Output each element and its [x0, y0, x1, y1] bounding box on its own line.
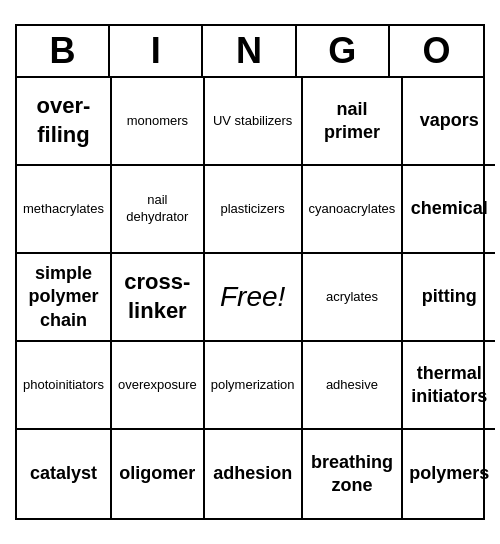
bingo-cell-text: plasticizers — [221, 201, 285, 218]
bingo-cell: nail dehydrator — [112, 166, 205, 254]
bingo-cell: monomers — [112, 78, 205, 166]
bingo-cell-text: adhesion — [213, 462, 292, 485]
bingo-cell-text: photoinitiators — [23, 377, 104, 394]
bingo-cell-text: nail dehydrator — [118, 192, 197, 226]
bingo-cell: pitting — [403, 254, 495, 342]
bingo-cell: UV stabilizers — [205, 78, 303, 166]
bingo-header-letter: O — [390, 26, 483, 76]
bingo-cell: adhesive — [303, 342, 404, 430]
bingo-cell: overexposure — [112, 342, 205, 430]
bingo-header-letter: I — [110, 26, 203, 76]
bingo-cell-text: nail primer — [309, 98, 396, 145]
bingo-header-letter: G — [297, 26, 390, 76]
bingo-cell: Free! — [205, 254, 303, 342]
bingo-cell: polymerization — [205, 342, 303, 430]
bingo-cell: vapors — [403, 78, 495, 166]
bingo-cell-text: Free! — [220, 279, 285, 315]
bingo-cell-text: overexposure — [118, 377, 197, 394]
bingo-cell: oligomer — [112, 430, 205, 518]
bingo-cell-text: adhesive — [326, 377, 378, 394]
bingo-cell: methacrylates — [17, 166, 112, 254]
bingo-cell-text: pitting — [422, 285, 477, 308]
bingo-cell: cyanoacrylates — [303, 166, 404, 254]
bingo-header: BINGO — [17, 26, 483, 78]
bingo-cell-text: methacrylates — [23, 201, 104, 218]
bingo-cell-text: over-filing — [23, 92, 104, 149]
bingo-cell: thermal initiators — [403, 342, 495, 430]
bingo-grid: over-filingmonomersUV stabilizersnail pr… — [17, 78, 483, 518]
bingo-card: BINGO over-filingmonomersUV stabilizersn… — [15, 24, 485, 520]
bingo-cell-text: acrylates — [326, 289, 378, 306]
bingo-cell-text: oligomer — [119, 462, 195, 485]
bingo-cell-text: simple polymer chain — [23, 262, 104, 332]
bingo-cell-text: cross-linker — [118, 268, 197, 325]
bingo-cell-text: catalyst — [30, 462, 97, 485]
bingo-cell: adhesion — [205, 430, 303, 518]
bingo-cell-text: thermal initiators — [409, 362, 489, 409]
bingo-cell: over-filing — [17, 78, 112, 166]
bingo-cell: plasticizers — [205, 166, 303, 254]
bingo-cell-text: UV stabilizers — [213, 113, 292, 130]
bingo-cell: cross-linker — [112, 254, 205, 342]
bingo-header-letter: N — [203, 26, 296, 76]
bingo-cell: photoinitiators — [17, 342, 112, 430]
bingo-cell: breathing zone — [303, 430, 404, 518]
bingo-header-letter: B — [17, 26, 110, 76]
bingo-cell: acrylates — [303, 254, 404, 342]
bingo-cell-text: breathing zone — [309, 451, 396, 498]
bingo-cell: chemical — [403, 166, 495, 254]
bingo-cell: simple polymer chain — [17, 254, 112, 342]
bingo-cell: polymers — [403, 430, 495, 518]
bingo-cell-text: chemical — [411, 197, 488, 220]
bingo-cell-text: polymers — [409, 462, 489, 485]
bingo-cell-text: polymerization — [211, 377, 295, 394]
bingo-cell-text: vapors — [420, 109, 479, 132]
bingo-cell-text: monomers — [127, 113, 188, 130]
bingo-cell: catalyst — [17, 430, 112, 518]
bingo-cell-text: cyanoacrylates — [309, 201, 396, 218]
bingo-cell: nail primer — [303, 78, 404, 166]
